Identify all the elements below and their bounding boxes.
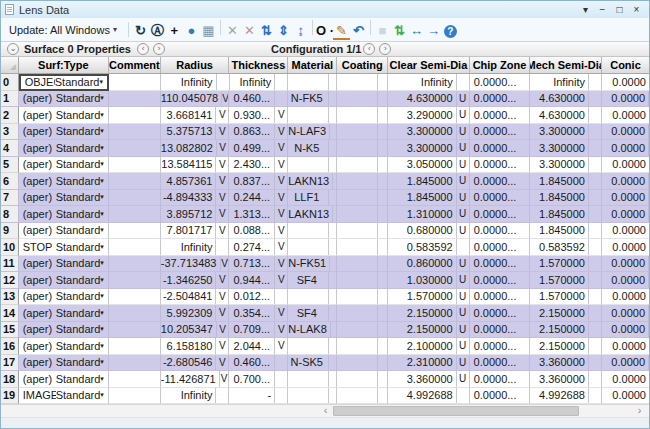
clear-semi-dia-cell[interactable]: 3.360000U [388,371,469,388]
radius-cell[interactable]: -2.680546V [161,355,230,372]
thickness-cell-solve-flag[interactable] [274,91,287,107]
coating-solve-flag[interactable] [377,173,387,189]
surface-number-cell[interactable]: 2 [1,107,19,124]
sync-icon[interactable]: ⇅ [391,23,408,40]
comment-cell[interactable] [109,305,161,322]
mech-semi-dia-cell[interactable]: 3.300000 [530,140,602,157]
comment-cell[interactable] [109,91,161,108]
conic-cell[interactable]: 0.0000 [602,190,649,207]
radius-cell[interactable]: 7.801717V [161,223,230,240]
surf-type-cell[interactable]: (aper)Standard▾ [19,289,109,306]
thickness-cell-solve-flag[interactable]: V [274,272,287,288]
mech-semi-dia-cell[interactable]: 4.992688 [530,388,602,405]
surface-number-cell[interactable]: 5 [1,157,19,174]
mech-semi-dia-cell[interactable]: 4.630000 [530,91,602,108]
col-header-chip-zone[interactable]: Chip Zone [470,57,531,73]
coating-cell[interactable] [337,173,388,190]
radius-cell-solve-flag[interactable]: V [215,124,228,140]
surface-number-cell[interactable]: 8 [1,206,19,223]
conic-cell[interactable]: 0.0000 [602,239,649,256]
surf-type-dropdown-icon[interactable]: ▾ [100,342,108,350]
chip-zone-cell[interactable]: 0.0000... [470,272,531,289]
surf-type-dropdown-icon[interactable]: ▾ [100,210,108,218]
thickness-cell[interactable]: 0.274...V [229,239,288,256]
thickness-cell[interactable]: 0.709...V [229,322,288,339]
surf-type-dropdown-icon[interactable]: ▾ [100,226,108,234]
coating-solve-flag[interactable] [377,388,387,404]
coating-cell[interactable] [337,157,388,174]
coating-cell[interactable] [337,338,388,355]
ray-fan-green-icon[interactable]: ✕ [224,23,241,40]
coating-solve-flag[interactable] [377,74,387,90]
thickness-cell-solve-flag[interactable]: V [274,338,287,354]
radius-cell[interactable]: -4.894333V [161,190,230,207]
radius-cell-solve-flag[interactable]: V [221,91,229,107]
radius-cell-solve-flag[interactable]: V [215,272,228,288]
chip-zone-cell[interactable]: 0.0000... [470,305,531,322]
mech-semi-dia-cell[interactable]: 1.845000 [530,190,602,207]
radius-cell[interactable]: -2.504841V [161,289,230,306]
comment-cell[interactable] [109,289,161,306]
mech-semi-dia-cell[interactable]: 3.360000 [530,355,602,372]
surf-type-dropdown-icon[interactable]: ▾ [100,193,108,201]
chip-zone-cell[interactable]: 0.0000... [470,107,531,124]
surface-number-cell[interactable]: 15 [1,322,19,339]
help-icon[interactable]: ? [444,25,457,38]
surface-number-cell[interactable]: 9 [1,223,19,240]
coating-cell[interactable] [337,91,388,108]
material-solve-flag[interactable] [328,355,336,371]
thickness-cell[interactable]: 0.460... [229,355,288,372]
coating-cell[interactable] [337,124,388,141]
thickness-cell[interactable]: 0.700... [229,371,288,388]
mech-semi-dia-cell[interactable]: 1.570000 [530,256,602,273]
col-header-material[interactable]: Material [288,57,337,73]
thickness-cell-solve-flag[interactable]: V [274,206,287,222]
swap-horizontal-icon[interactable]: ↔ [408,23,425,40]
coating-cell[interactable] [337,140,388,157]
mech-semi-dia-cell-solve-flag[interactable] [588,305,601,321]
chip-zone-cell[interactable]: 0.0000... [470,173,531,190]
radius-cell-solve-flag[interactable] [215,239,228,255]
thickness-cell[interactable]: 2.044...V [229,338,288,355]
coating-cell[interactable] [337,272,388,289]
close-button[interactable]: × [628,2,645,17]
clear-semi-dia-cell-solve-flag[interactable]: U [456,289,469,305]
material-cell[interactable]: N-LAF3 [288,124,337,141]
material-solve-flag[interactable] [328,157,336,173]
material-cell[interactable] [288,388,337,405]
col-header-surf-type[interactable]: Surf:Type [19,57,109,73]
surface-number-cell[interactable]: 6 [1,173,19,190]
mech-semi-dia-cell[interactable]: 0.583592 [530,239,602,256]
clear-semi-dia-cell-solve-flag[interactable]: U [456,256,469,272]
coating-solve-flag[interactable] [377,124,387,140]
coating-cell[interactable] [337,190,388,207]
material-cell[interactable]: LAKN13 [288,206,337,223]
surf-type-cell[interactable]: (aper)Standard▾ [19,140,109,157]
radius-cell-solve-flag[interactable]: V [216,322,229,338]
clear-semi-dia-cell[interactable]: 1.845000U [388,173,469,190]
comment-cell[interactable] [109,355,161,372]
surf-type-cell[interactable]: (aper)Standard▾ [19,371,109,388]
conic-cell[interactable]: 0.0000 [602,305,649,322]
coating-cell[interactable] [337,305,388,322]
radius-cell-solve-flag[interactable] [215,388,228,404]
surf-type-cell[interactable]: (aper)Standard▾ [19,173,109,190]
update-refresh-icon[interactable]: ↻ [132,23,149,40]
surf-type-cell[interactable]: (aper)Standard▾ [19,107,109,124]
surf-type-cell[interactable]: (aper)Standard▾ [19,272,109,289]
clear-semi-dia-cell[interactable]: 3.300000U [388,124,469,141]
mech-semi-dia-cell-solve-flag[interactable] [588,289,601,305]
comment-cell[interactable] [109,157,161,174]
col-header-radius[interactable]: Radius [161,57,230,73]
next-config-button[interactable]: › [379,43,391,55]
thickness-cell[interactable]: 0.354...V [229,305,288,322]
surface-number-cell[interactable]: 19 [1,388,19,405]
conic-cell[interactable]: 0.0000 [602,124,649,141]
expand-surfaces-icon[interactable]: ⇕ [275,23,292,40]
chip-zone-cell[interactable]: 0.0000... [470,338,531,355]
chip-zone-cell[interactable]: 0.0000... [470,74,531,91]
coating-solve-flag[interactable] [377,206,387,222]
surf-type-dropdown-icon[interactable]: ▾ [100,111,108,119]
comment-cell[interactable] [109,223,161,240]
material-solve-flag[interactable] [328,223,336,239]
